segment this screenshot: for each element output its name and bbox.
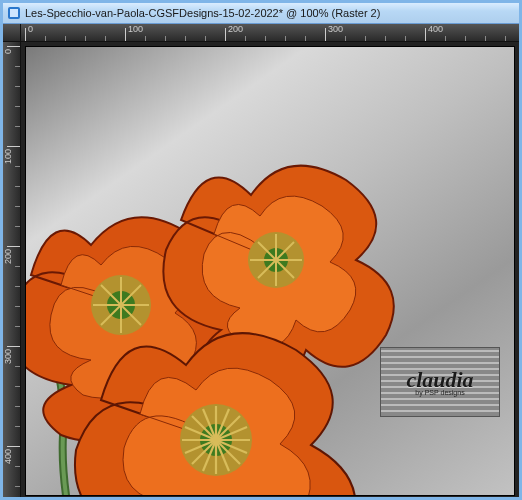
ruler-label: 0	[28, 24, 33, 34]
ruler-label: 100	[3, 149, 21, 164]
canvas[interactable]: claudia by PSP designs	[25, 46, 515, 496]
ruler-tick	[25, 28, 26, 42]
flower-artwork	[25, 105, 421, 496]
ruler-label: 200	[228, 24, 243, 34]
ruler-label: 0	[3, 49, 21, 54]
ruler-tick	[7, 46, 21, 47]
ruler-tick	[7, 446, 21, 447]
watermark-name: claudia	[406, 369, 473, 391]
ruler-label: 300	[328, 24, 343, 34]
ruler-label: 100	[128, 24, 143, 34]
titlebar[interactable]: Les-Specchio-van-Paola-CGSFDesigns-15-02…	[3, 3, 519, 24]
ruler-tick	[425, 28, 426, 42]
ruler-tick	[7, 246, 21, 247]
ruler-label: 400	[3, 449, 21, 464]
document-window: Les-Specchio-van-Paola-CGSFDesigns-15-02…	[0, 0, 522, 500]
ruler-tick	[7, 146, 21, 147]
window-title: Les-Specchio-van-Paola-CGSFDesigns-15-02…	[25, 7, 380, 19]
ruler-label: 400	[428, 24, 443, 34]
ruler-horizontal[interactable]: 0100200300400500	[21, 24, 519, 42]
ruler-label: 200	[3, 249, 21, 264]
ruler-tick	[225, 28, 226, 42]
ruler-tick	[7, 346, 21, 347]
ruler-label: 300	[3, 349, 21, 364]
document-icon	[7, 6, 21, 20]
workspace: 0100200300400500 0100200300400	[3, 24, 519, 497]
ruler-tick	[325, 28, 326, 42]
watermark-subtitle: by PSP designs	[415, 389, 464, 396]
ruler-origin[interactable]	[3, 24, 21, 42]
ruler-vertical[interactable]: 0100200300400	[3, 42, 21, 497]
watermark-panel: claudia by PSP designs	[380, 347, 500, 417]
canvas-viewport[interactable]: claudia by PSP designs	[21, 42, 519, 497]
svg-rect-1	[10, 9, 18, 17]
ruler-tick	[125, 28, 126, 42]
